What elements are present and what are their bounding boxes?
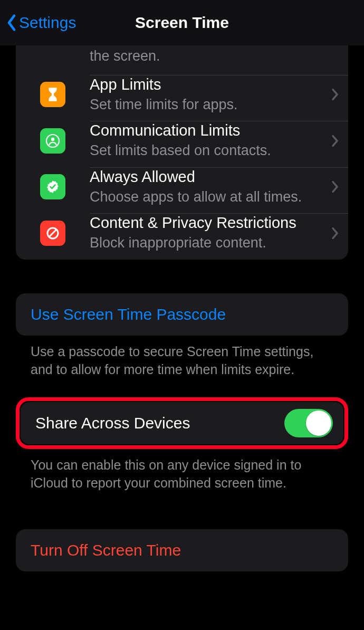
always-allowed-subtitle: Choose apps to allow at all times. (90, 188, 326, 206)
use-passcode-button[interactable]: Use Screen Time Passcode (16, 293, 348, 336)
chevron-left-icon (6, 14, 17, 32)
content-privacy-subtitle: Block inappropriate content. (90, 234, 326, 252)
svg-point-1 (51, 137, 54, 140)
svg-line-3 (49, 230, 56, 237)
communication-limits-row[interactable]: Communication Limits Set limits based on… (16, 121, 348, 167)
contact-circle-icon (40, 128, 65, 154)
turn-off-label: Turn Off Screen Time (31, 541, 181, 559)
communication-limits-title: Communication Limits (90, 121, 326, 140)
chevron-right-icon (326, 88, 339, 101)
app-limits-subtitle: Set time limits for apps. (90, 96, 326, 114)
back-label: Settings (19, 14, 76, 32)
chevron-right-icon (326, 135, 339, 147)
turn-off-button[interactable]: Turn Off Screen Time (16, 529, 348, 571)
hourglass-icon (40, 82, 65, 107)
share-group: Share Across Devices (21, 402, 343, 444)
nav-bar: Settings Screen Time (0, 0, 364, 45)
app-limits-title: App Limits (90, 75, 326, 94)
features-group: the screen. App Limits Set time limits f… (16, 45, 348, 260)
content-privacy-title: Content & Privacy Restrictions (90, 214, 326, 232)
passcode-footer: Use a passcode to secure Screen Time set… (16, 336, 348, 379)
use-passcode-label: Use Screen Time Passcode (31, 306, 226, 323)
communication-limits-subtitle: Set limits based on contacts. (90, 142, 326, 160)
chevron-right-icon (326, 227, 339, 240)
no-sign-icon (40, 221, 65, 246)
chevron-right-icon (326, 180, 339, 193)
share-across-devices-row[interactable]: Share Across Devices (21, 402, 343, 444)
page-title: Screen Time (135, 14, 229, 32)
share-toggle[interactable] (284, 409, 333, 437)
highlight-frame: Share Across Devices (16, 397, 348, 449)
always-allowed-row[interactable]: Always Allowed Choose apps to allow at a… (16, 168, 348, 214)
downtime-row[interactable]: the screen. (16, 45, 348, 75)
check-seal-icon (40, 174, 65, 199)
content-privacy-row[interactable]: Content & Privacy Restrictions Block ina… (16, 214, 348, 260)
always-allowed-title: Always Allowed (90, 168, 326, 186)
switch-knob (306, 411, 331, 436)
passcode-group: Use Screen Time Passcode (16, 293, 348, 336)
back-button[interactable]: Settings (6, 14, 76, 32)
turnoff-group: Turn Off Screen Time (16, 529, 348, 571)
downtime-subtitle: the screen. (90, 47, 326, 65)
share-footer: You can enable this on any device signed… (16, 449, 348, 492)
app-limits-row[interactable]: App Limits Set time limits for apps. (16, 75, 348, 121)
share-label: Share Across Devices (35, 414, 190, 432)
